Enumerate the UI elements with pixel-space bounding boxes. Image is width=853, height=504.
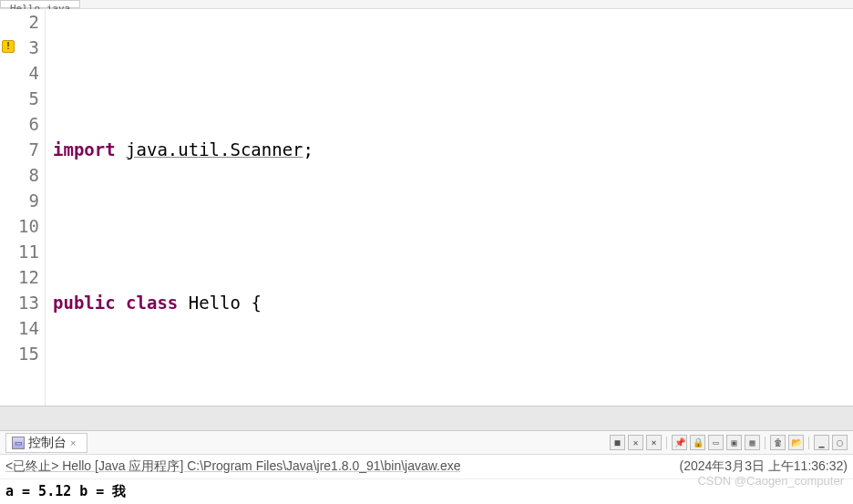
show-selected-icon[interactable]: ▦ — [745, 435, 760, 450]
line-num: 12 — [18, 267, 39, 287]
line-num: 11 — [18, 242, 39, 262]
line-num: 13 — [18, 293, 39, 313]
editor-tab-bar: Hello.java — [0, 0, 853, 9]
code-area: 2 !3 4 5 6 7 8 9 10 11 12 13 14 15 impor… — [0, 9, 853, 406]
code-content[interactable]: import java.util.Scanner; public class H… — [46, 9, 853, 406]
console-toolbar: ■ ✕ ⨯ 📌 🔒 ▭ ▣ ▦ 🗑 📂 ▁ ▢ — [610, 435, 848, 450]
code-line — [53, 366, 853, 392]
line-num: 14 — [18, 318, 39, 338]
display-icon[interactable]: ▭ — [708, 435, 724, 450]
stop-icon[interactable]: ■ — [610, 435, 625, 450]
code-editor: Hello.java 2 !3 4 5 6 7 8 9 10 11 12 13 … — [0, 0, 853, 406]
code-line: import java.util.Scanner; — [53, 137, 853, 162]
line-num: 7 — [29, 139, 39, 159]
line-num: 4 — [29, 63, 39, 83]
code-line — [53, 213, 853, 239]
line-num: 9 — [29, 190, 39, 211]
separator — [666, 437, 667, 449]
remove-launch-icon[interactable]: ✕ — [628, 435, 643, 450]
minimize-icon[interactable]: ▁ — [814, 435, 829, 450]
separator — [808, 437, 809, 449]
console-icon: ▭ — [12, 437, 25, 449]
console-tab[interactable]: ▭ 控制台 × — [5, 433, 87, 453]
maximize-icon[interactable]: ▢ — [832, 435, 848, 450]
line-num: 3 — [29, 37, 39, 57]
line-num: 2 — [29, 12, 39, 32]
line-gutter: 2 !3 4 5 6 7 8 9 10 11 12 13 14 15 — [0, 9, 46, 406]
watermark: CSDN @Caogen_computer — [697, 474, 844, 488]
status-main: Hello [Java 应用程序] C:\Program Files\Java\… — [62, 458, 460, 473]
console-panel: ▭ 控制台 × ■ ✕ ⨯ 📌 🔒 ▭ ▣ ▦ 🗑 📂 ▁ ▢ <已终止> He… — [0, 431, 853, 504]
show-console-icon[interactable]: ▣ — [726, 435, 742, 450]
warning-icon[interactable]: ! — [2, 40, 15, 53]
status-date: (2024年3月3日 上午11:36:32) — [680, 458, 848, 475]
panel-splitter[interactable] — [0, 406, 853, 431]
line-num: 15 — [18, 344, 39, 364]
scroll-lock-icon[interactable]: 🔒 — [690, 435, 705, 450]
close-icon[interactable]: × — [70, 437, 81, 448]
status-prefix: <已终止> — [5, 458, 62, 473]
line-num: 5 — [29, 88, 39, 108]
line-num: 6 — [29, 114, 39, 134]
pin-icon[interactable]: 📌 — [672, 435, 687, 450]
clear-icon[interactable]: 🗑 — [770, 435, 786, 450]
code-line — [53, 60, 853, 86]
separator — [765, 437, 766, 449]
editor-tab[interactable]: Hello.java — [0, 0, 80, 8]
remove-all-icon[interactable]: ⨯ — [646, 435, 662, 450]
code-line: public class Hello { — [53, 290, 853, 315]
open-icon[interactable]: 📂 — [788, 435, 804, 450]
console-tab-label: 控制台 — [28, 435, 67, 451]
console-header: ▭ 控制台 × ■ ✕ ⨯ 📌 🔒 ▭ ▣ ▦ 🗑 📂 ▁ ▢ — [0, 431, 853, 455]
line-num: 10 — [18, 216, 39, 236]
line-num: 8 — [29, 165, 39, 185]
